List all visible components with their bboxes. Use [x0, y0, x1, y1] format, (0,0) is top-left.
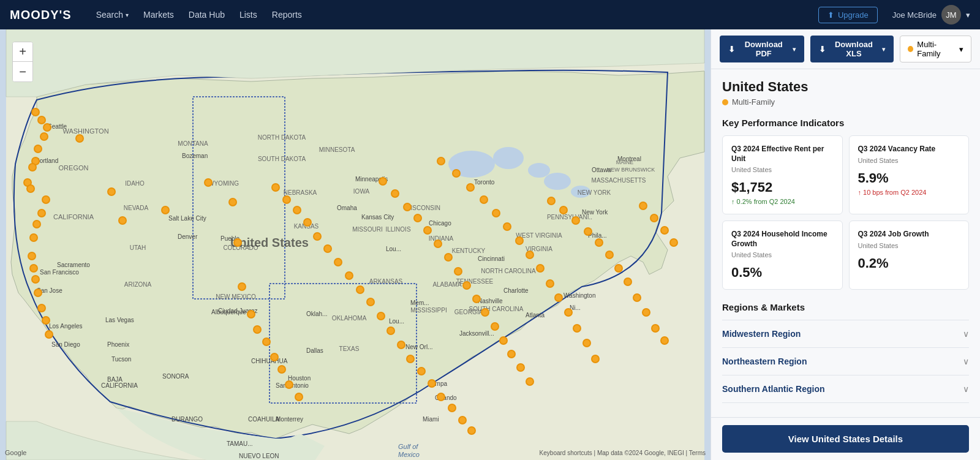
svg-text:MONTANA: MONTANA: [178, 140, 208, 147]
svg-text:WEST VIRGINIA: WEST VIRGINIA: [516, 232, 562, 239]
svg-text:San Diego: San Diego: [51, 341, 80, 348]
region-chevron-icon-0: ∨: [963, 329, 969, 339]
svg-text:San Francisco: San Francisco: [40, 269, 79, 276]
kpi-card-1-change: ↑ 10 bps from Q2 2024: [858, 189, 960, 196]
asset-type-dot: [908, 46, 913, 52]
region-item-0[interactable]: Midwestern Region∨: [722, 320, 969, 348]
svg-text:Oklah...: Oklah...: [306, 311, 327, 317]
svg-text:MISSISSIPPI: MISSISSIPPI: [410, 307, 447, 314]
regions-title: Regions & Markets: [722, 302, 969, 312]
region-chevron-icon-1: ∨: [963, 356, 969, 366]
asset-type-selector[interactable]: Multi-Family ▾: [900, 36, 971, 62]
xls-chevron-icon: ▾: [882, 46, 885, 53]
svg-text:COAHUILA: COAHUILA: [248, 416, 279, 423]
nav-lists[interactable]: Lists: [239, 10, 257, 20]
svg-text:MISSOURI: MISSOURI: [352, 226, 382, 233]
svg-text:TAMAU...: TAMAU...: [227, 440, 253, 447]
user-menu[interactable]: Joe McBride JM ▾: [892, 5, 970, 25]
svg-point-4: [493, 147, 524, 169]
main-content: Gulf of Mexico WASHINGTON OREGON CALIFOR…: [0, 29, 980, 460]
svg-text:Gulf of: Gulf of: [398, 443, 418, 450]
panel-toolbar: ⬇ Download PDF ▾ ⬇ Download XLS ▾ Multi-…: [711, 29, 980, 69]
svg-text:Miami: Miami: [423, 416, 439, 423]
upload-icon: ⬆: [827, 10, 834, 20]
svg-text:Lou...: Lou...: [386, 246, 401, 252]
download-xls-button[interactable]: ⬇ Download XLS ▾: [810, 36, 894, 62]
svg-text:Ottawa: Ottawa: [592, 167, 611, 173]
svg-text:Sacramento: Sacramento: [57, 262, 90, 268]
download-pdf-icon: ⬇: [728, 45, 735, 54]
zoom-out-button[interactable]: −: [13, 62, 32, 81]
upgrade-button[interactable]: ⬆ Upgrade: [818, 7, 878, 23]
view-details-button[interactable]: View United States Details: [722, 425, 969, 453]
svg-text:KANSAS: KANSAS: [294, 223, 319, 230]
svg-text:New York: New York: [582, 209, 608, 216]
svg-text:Washington: Washington: [564, 292, 595, 299]
asset-chevron-icon: ▾: [959, 45, 963, 54]
kpi-card-0-value: $1,752: [731, 179, 834, 195]
map-area[interactable]: Gulf of Mexico WASHINGTON OREGON CALIFOR…: [0, 29, 710, 460]
nav-markets[interactable]: Markets: [143, 10, 174, 20]
svg-text:SOUTH CAROLINA: SOUTH CAROLINA: [469, 306, 524, 312]
kpi-card-1-title: Q3 2024 Vacancy Rate: [858, 145, 960, 154]
svg-text:NEBRASKA: NEBRASKA: [284, 189, 317, 196]
kpi-card-3-sub: United States: [858, 242, 960, 249]
svg-text:Bozeman: Bozeman: [182, 153, 208, 159]
kpi-grid: Q3 2024 Effective Rent per Unit United S…: [722, 135, 969, 290]
svg-text:New Orl...: New Orl...: [405, 344, 432, 350]
svg-text:Jacksonvill...: Jacksonvill...: [459, 330, 494, 337]
region-item-2[interactable]: Southern Atlantic Region∨: [722, 375, 969, 403]
svg-text:CALIFORNIA: CALIFORNIA: [101, 382, 138, 389]
svg-text:San Jose: San Jose: [37, 287, 62, 294]
kpi-card-1-value: 5.9%: [858, 170, 960, 186]
svg-point-6: [544, 173, 571, 190]
zoom-in-button[interactable]: +: [13, 42, 32, 62]
user-avatar: JM: [941, 5, 961, 25]
kpi-card-3-title: Q3 2024 Job Growth: [858, 230, 960, 239]
svg-text:Montreal: Montreal: [617, 156, 641, 162]
nav-reports[interactable]: Reports: [272, 10, 302, 20]
nav-data-hub[interactable]: Data Hub: [189, 10, 225, 20]
svg-text:WYOMING: WYOMING: [208, 180, 239, 187]
google-watermark: Google: [5, 449, 26, 456]
svg-text:WISCONSIN: WISCONSIN: [405, 205, 440, 211]
kpi-card-1-sub: United States: [858, 157, 960, 164]
svg-text:Phila...: Phila...: [588, 232, 607, 239]
svg-text:NEW BRUNSWICK: NEW BRUNSWICK: [607, 167, 655, 173]
kpi-card-3: Q3 2024 Job Growth United States 0.2%: [849, 221, 970, 290]
zoom-controls: + −: [12, 42, 33, 82]
svg-text:TENNESSEE: TENNESSEE: [456, 278, 494, 285]
svg-text:ALABAMA: ALABAMA: [432, 281, 462, 288]
kpi-card-3-value: 0.2%: [858, 255, 960, 271]
region-label-2: Southern Atlantic Region: [722, 384, 824, 394]
svg-text:NEW YORK: NEW YORK: [578, 189, 611, 196]
svg-text:Tampa: Tampa: [429, 380, 447, 387]
kpi-card-0-title: Q3 2024 Effective Rent per Unit: [731, 145, 834, 164]
kpi-card-2-value: 0.5%: [731, 265, 834, 281]
kpi-card-2: Q3 2024 Household Income Growth United S…: [722, 221, 843, 290]
region-chevron-icon-2: ∨: [963, 384, 969, 394]
svg-text:MINNESOTA: MINNESOTA: [319, 146, 355, 153]
panel-subtitle: Multi-Family: [722, 97, 969, 107]
svg-text:Mexico: Mexico: [398, 451, 420, 458]
svg-text:SONORA: SONORA: [162, 373, 189, 380]
search-chevron-icon: ▾: [126, 12, 129, 18]
svg-text:Las Vegas: Las Vegas: [105, 317, 134, 323]
svg-text:United States: United States: [230, 236, 309, 249]
panel-content: United States Multi-Family Key Performan…: [711, 69, 980, 417]
navbar: MOODY'S Search ▾ Markets Data Hub Lists …: [0, 0, 980, 29]
nav-search[interactable]: Search ▾: [96, 10, 129, 20]
svg-text:Portland: Portland: [36, 157, 58, 164]
svg-text:IDAHO: IDAHO: [125, 180, 145, 187]
svg-text:Phoenix: Phoenix: [107, 341, 129, 348]
svg-text:Lou...: Lou...: [389, 318, 404, 325]
kpi-card-0-change: ↑ 0.2% from Q2 2024: [731, 198, 834, 205]
kpi-card-2-sub: United States: [731, 251, 834, 258]
region-item-1[interactable]: Northeastern Region∨: [722, 348, 969, 375]
download-pdf-button[interactable]: ⬇ Download PDF ▾: [720, 36, 804, 62]
svg-text:Atlanta: Atlanta: [526, 312, 545, 319]
svg-text:NORTH CAROLINA: NORTH CAROLINA: [481, 268, 536, 274]
region-label-0: Midwestern Region: [722, 329, 801, 339]
kpi-card-2-title: Q3 2024 Household Income Growth: [731, 230, 834, 249]
svg-text:OKLAHOMA: OKLAHOMA: [332, 315, 367, 322]
